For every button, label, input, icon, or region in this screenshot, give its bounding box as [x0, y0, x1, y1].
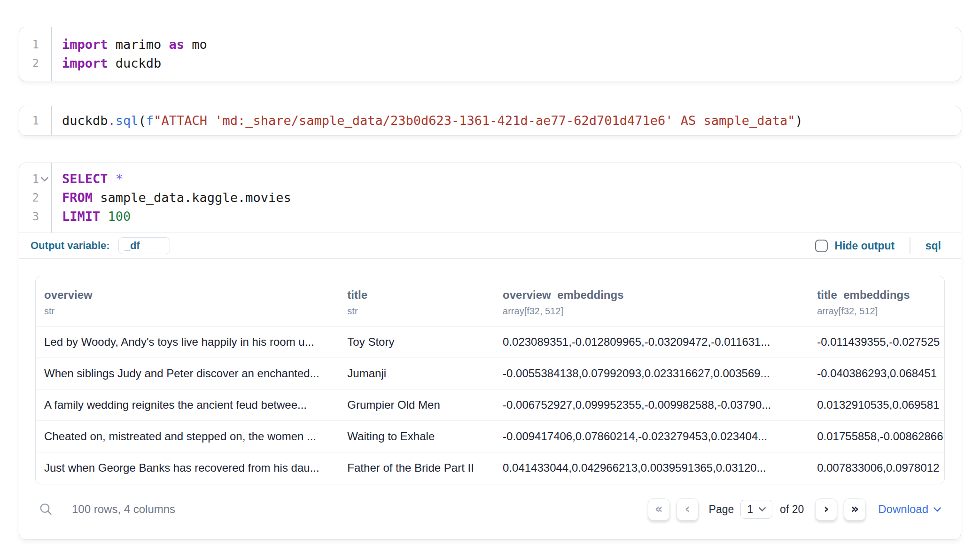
code-line: FROM sample_data.kaggle.movies: [62, 188, 961, 207]
code-token: mo: [184, 37, 207, 52]
cell-overview-embeddings: 0.041433044,0.042966213,0.0039591365,0.0…: [503, 452, 817, 484]
column-type: str: [44, 306, 343, 317]
line-number-gutter: 1 2 3: [19, 163, 52, 233]
table-row: A family wedding reignites the ancient f…: [36, 389, 944, 421]
table-header-row: overview str title str overview_embeddin…: [36, 276, 944, 327]
code-editor[interactable]: 1 duckdb.sql(f"ATTACH 'md:_share/sample_…: [19, 106, 961, 135]
output-variable-label: Output variable:: [31, 240, 110, 252]
code-token: duckdb: [108, 56, 162, 70]
marimo-notebook: 1 2 import marimo as mo import duckdb 1 …: [0, 27, 980, 540]
code-content: duckdb.sql(f"ATTACH 'md:_share/sample_da…: [52, 106, 961, 135]
language-badge[interactable]: sql: [926, 240, 941, 252]
download-button[interactable]: Download: [878, 503, 941, 516]
hide-output-checkbox[interactable]: [815, 240, 828, 252]
code-line: duckdb.sql(f"ATTACH 'md:_share/sample_da…: [62, 111, 961, 130]
line-number: 2: [32, 54, 39, 73]
page-label: Page: [709, 503, 734, 516]
download-label: Download: [878, 503, 928, 516]
column-name: title: [347, 288, 499, 302]
line-number: 1: [32, 111, 39, 130]
keyword-token: import: [62, 37, 108, 52]
next-page-button[interactable]: ›: [815, 498, 837, 521]
column-name: overview_embeddings: [503, 288, 813, 302]
last-page-button[interactable]: »: [844, 498, 866, 521]
code-editor[interactable]: 1 2 3 SELECT * FROM sample_data.kaggle.m…: [19, 163, 961, 233]
cell-overview: Just when George Banks has recovered fro…: [36, 452, 347, 484]
cell-title: Toy Story: [347, 327, 503, 358]
search-icon[interactable]: [39, 502, 53, 516]
pagination-controls: « ‹ Page 1 of 20 › » Download: [648, 498, 941, 521]
cell-overview-embeddings: -0.006752927,0.099952355,-0.009982588,-0…: [503, 389, 817, 421]
cell-overview: Led by Woody, Andy's toys live happily i…: [36, 327, 347, 358]
keyword-token: FROM: [62, 190, 93, 205]
page-total-label: of 20: [780, 503, 804, 516]
line-number-gutter: 1 2: [19, 27, 52, 81]
code-editor[interactable]: 1 2 import marimo as mo import duckdb: [19, 27, 961, 81]
table-footer: 100 rows, 4 columns « ‹ Page 1 of 20 › »…: [35, 498, 945, 521]
function-token: sql: [116, 113, 139, 128]
code-token: ): [795, 113, 803, 128]
cell-title-embeddings: -0.011439355,-0.027525: [817, 327, 944, 358]
code-token: [108, 171, 116, 186]
keyword-token: LIMIT: [62, 209, 100, 224]
table-row: Cheated on, mistreated and stepped on, t…: [36, 421, 944, 452]
line-number: 1: [32, 170, 39, 188]
page-select[interactable]: 1: [740, 500, 772, 519]
code-token: sample_data.kaggle.movies: [93, 190, 291, 205]
output-variable-input[interactable]: [118, 237, 170, 254]
cell-output: overview str title str overview_embeddin…: [19, 259, 961, 539]
hide-output-label[interactable]: Hide output: [835, 240, 895, 252]
code-cell-attach: 1 duckdb.sql(f"ATTACH 'md:_share/sample_…: [19, 106, 961, 136]
chevron-down-icon: [933, 507, 941, 512]
cell-title-embeddings: 0.0132910535,0.069581: [817, 389, 944, 421]
cell-overview-embeddings: 0.023089351,-0.012809965,-0.03209472,-0.…: [503, 327, 817, 358]
cell-title-embeddings: 0.01755858,-0.00862866: [817, 421, 944, 452]
code-content: SELECT * FROM sample_data.kaggle.movies …: [52, 163, 961, 233]
chevron-down-icon: [759, 507, 766, 512]
code-line: import duckdb: [62, 54, 961, 73]
column-header-overview-embeddings[interactable]: overview_embeddings array[f32, 512]: [503, 276, 817, 327]
column-type: str: [347, 306, 499, 317]
column-header-overview[interactable]: overview str: [36, 276, 347, 327]
cell-overview: A family wedding reignites the ancient f…: [36, 389, 347, 421]
code-token: duckdb: [62, 113, 108, 128]
cell-title-embeddings: -0.040386293,0.068451: [817, 358, 944, 389]
fstring-prefix-token: f: [146, 113, 154, 128]
table-row: Just when George Banks has recovered fro…: [36, 452, 944, 484]
code-line: SELECT *: [62, 170, 961, 188]
fold-chevron-icon[interactable]: [41, 177, 48, 182]
line-number-gutter: 1: [19, 106, 52, 135]
keyword-token: as: [169, 37, 185, 52]
code-token: .: [108, 113, 116, 128]
code-line: LIMIT 100: [62, 207, 961, 226]
cell-overview: When siblings Judy and Peter discover an…: [36, 358, 347, 389]
row-count-status: 100 rows, 4 columns: [72, 503, 175, 516]
cell-overview-embeddings: -0.009417406,0.07860214,-0.023279453,0.0…: [503, 421, 817, 452]
divider: [910, 237, 910, 254]
column-header-title-embeddings[interactable]: title_embeddings array[f32, 512]: [817, 276, 944, 327]
code-token: (: [139, 113, 146, 128]
line-number: 3: [32, 207, 39, 226]
cell-title: Waiting to Exhale: [347, 421, 503, 452]
editor-footer-bar: Output variable: Hide output sql: [19, 233, 961, 259]
keyword-token: SELECT: [62, 171, 108, 186]
code-cell-imports: 1 2 import marimo as mo import duckdb: [19, 27, 961, 81]
table-row: Led by Woody, Andy's toys live happily i…: [36, 327, 944, 358]
cell-title: Jumanji: [347, 358, 503, 389]
code-content: import marimo as mo import duckdb: [52, 27, 961, 81]
number-token: 100: [108, 209, 131, 224]
column-type: array[f32, 512]: [503, 306, 813, 317]
code-token: [100, 209, 108, 224]
first-page-button[interactable]: «: [648, 498, 670, 521]
wildcard-token: *: [116, 171, 123, 186]
column-type: array[f32, 512]: [817, 306, 941, 317]
cell-title: Father of the Bride Part II: [347, 452, 503, 484]
prev-page-button[interactable]: ‹: [677, 498, 699, 521]
keyword-token: import: [62, 56, 108, 70]
page-select-value: 1: [747, 503, 753, 516]
column-name: overview: [44, 288, 343, 302]
line-number: 1: [32, 35, 39, 54]
code-token: marimo: [108, 37, 169, 52]
column-header-title[interactable]: title str: [347, 276, 503, 327]
cell-title-embeddings: 0.007833006,0.0978012: [817, 452, 944, 484]
